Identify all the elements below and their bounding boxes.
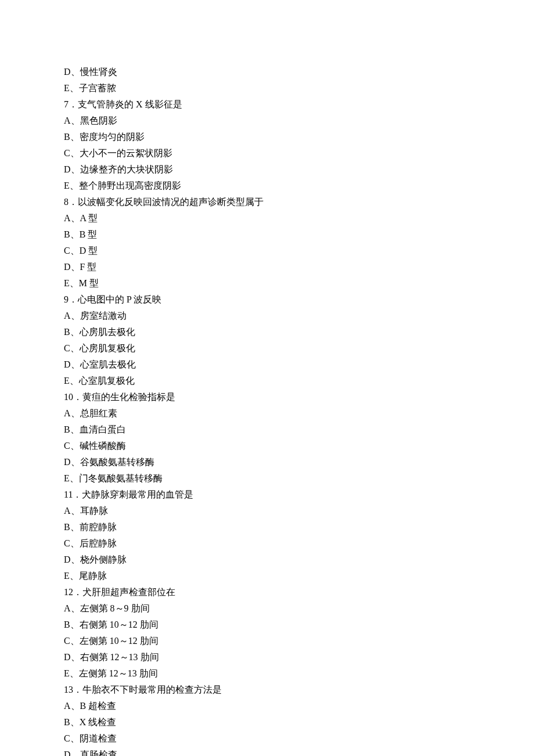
text-line: 11．犬静脉穿刺最常用的血管是 bbox=[64, 487, 476, 503]
text-line: 7．支气管肺炎的 X 线影征是 bbox=[64, 96, 476, 113]
text-line: B、B 型 bbox=[64, 226, 476, 243]
text-line: A、房室结激动 bbox=[64, 308, 476, 324]
document-body: D、慢性肾炎E、子宫蓄脓7．支气管肺炎的 X 线影征是A、黑色阴影B、密度均匀的… bbox=[64, 64, 476, 756]
text-line: D、直肠检查 bbox=[64, 747, 476, 756]
text-line: D、慢性肾炎 bbox=[64, 64, 476, 80]
text-line: E、子宫蓄脓 bbox=[64, 80, 476, 96]
text-line: C、碱性磷酸酶 bbox=[64, 438, 476, 454]
text-line: D、右侧第 12～13 肋间 bbox=[64, 649, 476, 665]
text-line: C、后腔静脉 bbox=[64, 535, 476, 552]
document-page: D、慢性肾炎E、子宫蓄脓7．支气管肺炎的 X 线影征是A、黑色阴影B、密度均匀的… bbox=[0, 0, 534, 756]
text-line: 12．犬肝胆超声检查部位在 bbox=[64, 584, 476, 600]
text-line: B、密度均匀的阴影 bbox=[64, 129, 476, 145]
text-line: A、B 超检查 bbox=[64, 698, 476, 714]
text-line: A、左侧第 8～9 肋间 bbox=[64, 600, 476, 617]
text-line: E、整个肺野出现高密度阴影 bbox=[64, 178, 476, 194]
text-line: D、桡外侧静脉 bbox=[64, 552, 476, 568]
text-line: B、右侧第 10～12 肋间 bbox=[64, 617, 476, 633]
text-line: B、心房肌去极化 bbox=[64, 324, 476, 340]
text-line: A、总胆红素 bbox=[64, 405, 476, 422]
text-line: E、尾静脉 bbox=[64, 568, 476, 584]
text-line: C、左侧第 10～12 肋间 bbox=[64, 633, 476, 649]
text-line: E、M 型 bbox=[64, 275, 476, 291]
text-line: 10．黄疸的生化检验指标是 bbox=[64, 389, 476, 405]
text-line: 13．牛胎衣不下时最常用的检查方法是 bbox=[64, 682, 476, 698]
text-line: B、血清白蛋白 bbox=[64, 422, 476, 438]
text-line: C、阴道检查 bbox=[64, 730, 476, 747]
text-line: C、D 型 bbox=[64, 243, 476, 259]
text-line: E、左侧第 12～13 肋间 bbox=[64, 665, 476, 682]
text-line: 8．以波幅变化反映回波情况的超声诊断类型属于 bbox=[64, 194, 476, 210]
text-line: C、大小不一的云絮状阴影 bbox=[64, 145, 476, 161]
text-line: D、边缘整齐的大块状阴影 bbox=[64, 161, 476, 178]
text-line: A、黑色阴影 bbox=[64, 113, 476, 129]
text-line: C、心房肌复极化 bbox=[64, 340, 476, 357]
text-line: B、X 线检查 bbox=[64, 714, 476, 730]
text-line: D、心室肌去极化 bbox=[64, 357, 476, 373]
text-line: D、谷氨酸氨基转移酶 bbox=[64, 454, 476, 470]
text-line: E、心室肌复极化 bbox=[64, 373, 476, 389]
text-line: E、门冬氨酸氨基转移酶 bbox=[64, 470, 476, 487]
text-line: D、F 型 bbox=[64, 259, 476, 275]
text-line: B、前腔静脉 bbox=[64, 519, 476, 535]
text-line: 9．心电图中的 P 波反映 bbox=[64, 291, 476, 308]
text-line: A、A 型 bbox=[64, 210, 476, 226]
text-line: A、耳静脉 bbox=[64, 503, 476, 519]
